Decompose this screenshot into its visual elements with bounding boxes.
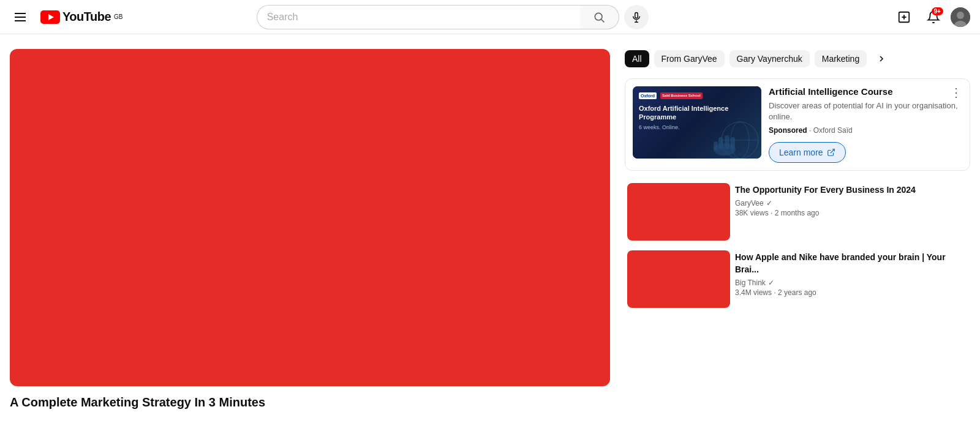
- sidebar-video-age-1: 2 months ago: [775, 209, 820, 217]
- search-icon: [593, 11, 605, 23]
- learn-more-label: Learn more: [779, 148, 823, 157]
- video-title: A Complete Marketing Strategy In 3 Minut…: [10, 394, 610, 411]
- ad-sponsor: Sponsored · Oxford Saïd: [769, 126, 962, 135]
- youtube-country: GB: [114, 13, 123, 20]
- sidebar: All From GaryVee Gary Vaynerchuk Marketi…: [625, 49, 970, 411]
- svg-point-2: [595, 13, 602, 20]
- hamburger-button[interactable]: [10, 8, 31, 26]
- search-input[interactable]: [257, 5, 580, 29]
- ad-logo-oxford: Oxford: [639, 92, 657, 99]
- sidebar-video-channel-2: Big Think ✓: [735, 279, 968, 287]
- verified-icon-2: ✓: [768, 279, 774, 287]
- ad-info: Artificial Intelligence Course Discover …: [769, 86, 962, 163]
- svg-point-11: [957, 12, 964, 19]
- ad-menu-button[interactable]: ⋮: [950, 86, 962, 99]
- chips-row: All From GaryVee Gary Vaynerchuk Marketi…: [625, 49, 970, 69]
- notifications-button[interactable]: 9+: [921, 5, 946, 29]
- sidebar-video-thumb-2: [627, 250, 730, 308]
- youtube-text: YouTube: [62, 10, 111, 24]
- voice-search-button[interactable]: [624, 5, 649, 29]
- ad-thumb-logos: Oxford Saïd Business School: [639, 92, 703, 99]
- sidebar-video-meta-1: 38K views · 2 months ago: [735, 209, 968, 217]
- svg-line-21: [830, 149, 834, 153]
- sidebar-video-item-2[interactable]: How Apple and Nike have branded your bra…: [625, 248, 970, 310]
- sidebar-video-title-1: The Opportunity For Every Business In 20…: [735, 184, 968, 196]
- sidebar-video-info-2: How Apple and Nike have branded your bra…: [735, 250, 968, 308]
- chip-from-garyvee[interactable]: From GaryVee: [654, 50, 725, 67]
- main-layout: A Complete Marketing Strategy In 3 Minut…: [0, 34, 980, 411]
- svg-rect-18: [725, 135, 729, 149]
- sidebar-video-meta-2: 3.4M views · 2 years ago: [735, 288, 968, 297]
- verified-icon-1: ✓: [766, 199, 772, 208]
- sidebar-video-title-2: How Apple and Nike have branded your bra…: [735, 252, 968, 275]
- sidebar-video-views-2: 3.4M views: [735, 288, 772, 297]
- ad-sponsor-name: Oxford Saïd: [813, 126, 853, 135]
- svg-line-3: [601, 19, 605, 22]
- avatar-image: [951, 7, 970, 27]
- svg-rect-4: [635, 12, 638, 18]
- sidebar-video-channel-1: GaryVee ✓: [735, 199, 968, 208]
- create-button[interactable]: [892, 5, 916, 29]
- sidebar-video-views-1: 38K views: [735, 209, 769, 217]
- sidebar-channel-name-1: GaryVee: [735, 199, 764, 208]
- sidebar-video-item-1[interactable]: The Opportunity For Every Business In 20…: [625, 181, 970, 243]
- sidebar-channel-name-2: Big Think: [735, 279, 766, 287]
- sidebar-video-age-2: 2 years ago: [778, 288, 816, 297]
- microphone-icon: [631, 12, 642, 23]
- video-player[interactable]: [10, 49, 610, 386]
- svg-rect-17: [718, 137, 723, 149]
- header-left: YouTubeGB: [10, 8, 132, 26]
- svg-rect-20: [714, 141, 718, 150]
- youtube-logo[interactable]: YouTubeGB: [40, 10, 123, 24]
- sidebar-video-thumb-1: [627, 183, 730, 241]
- ad-thumb-visual: [706, 116, 761, 159]
- sidebar-video-dot-1: ·: [771, 209, 775, 217]
- ad-thumbnail[interactable]: Oxford Saïd Business School Oxford Artif…: [633, 86, 761, 159]
- chips-next-button[interactable]: [872, 49, 891, 69]
- header: YouTubeGB: [0, 0, 980, 34]
- sidebar-video-info-1: The Opportunity For Every Business In 20…: [735, 183, 968, 241]
- ad-sponsor-label: Sponsored: [769, 126, 807, 135]
- external-link-icon: [827, 148, 835, 157]
- video-section: A Complete Marketing Strategy In 3 Minut…: [10, 49, 610, 411]
- ad-logo-said: Saïd Business School: [660, 92, 703, 99]
- user-avatar[interactable]: [951, 7, 970, 27]
- chip-all[interactable]: All: [625, 50, 649, 67]
- ad-thumb-sub: 6 weeks. Online.: [639, 124, 680, 130]
- svg-rect-19: [731, 137, 735, 149]
- ad-thumb-content: Oxford Saïd Business School Oxford Artif…: [633, 86, 761, 159]
- chip-gary-vaynerchuk[interactable]: Gary Vaynerchuk: [729, 50, 810, 67]
- ad-description: Discover areas of potential for AI in yo…: [769, 100, 962, 122]
- ad-card: Oxford Saïd Business School Oxford Artif…: [625, 78, 970, 171]
- chip-marketing[interactable]: Marketing: [815, 50, 867, 67]
- search-container: [257, 5, 649, 29]
- youtube-logo-icon: [40, 10, 60, 24]
- create-icon: [897, 10, 911, 24]
- search-form: [257, 5, 619, 29]
- ad-title: Artificial Intelligence Course: [769, 86, 962, 97]
- search-button[interactable]: [580, 5, 619, 29]
- chevron-right-icon: [876, 54, 886, 64]
- header-right: 9+: [892, 5, 970, 29]
- notifications-badge: 9+: [932, 7, 943, 15]
- learn-more-button[interactable]: Learn more: [769, 142, 846, 163]
